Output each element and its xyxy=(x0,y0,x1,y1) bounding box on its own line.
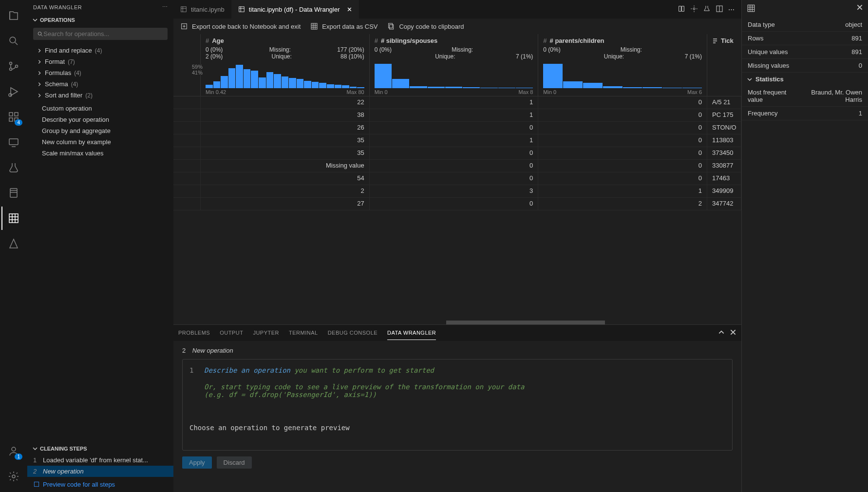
cleaning-step[interactable]: 1Loaded variable 'df' from kernel stat..… xyxy=(27,454,173,466)
op-item[interactable]: Custom operation xyxy=(33,103,168,114)
panel-tab[interactable]: DATA WRANGLER xyxy=(387,326,436,340)
statistics-section[interactable]: Statistics xyxy=(742,73,868,86)
column-header[interactable]: Tick xyxy=(707,34,741,96)
table-row[interactable]: 540017463 xyxy=(173,172,741,185)
panel-tab[interactable]: JUPYTER xyxy=(253,326,279,340)
table-row[interactable]: 2210A/5 21 xyxy=(173,96,741,109)
chevron-down-icon xyxy=(32,17,38,23)
search-input-wrap[interactable] xyxy=(33,28,168,40)
svg-rect-10 xyxy=(10,189,17,197)
svg-rect-9 xyxy=(9,139,18,145)
table-row[interactable]: Missing value00330877 xyxy=(173,160,741,172)
data-wrangler-icon[interactable] xyxy=(1,207,25,230)
right-panel: Data typeobject Rows891 Unique values891… xyxy=(741,0,868,492)
panel-tab[interactable]: TERMINAL xyxy=(289,326,318,340)
copy-clipboard-button[interactable]: Copy code to clipboard xyxy=(387,22,464,30)
table-row[interactable]: 2702347742 xyxy=(173,198,741,210)
chevron-right-icon xyxy=(37,48,42,53)
ext-badge: 4 xyxy=(15,119,22,126)
copy-icon xyxy=(387,22,395,30)
cleaning-step[interactable]: 2New operation xyxy=(27,466,173,477)
wrangler-icon[interactable] xyxy=(747,4,755,14)
close-icon[interactable] xyxy=(856,4,863,14)
export-notebook-button[interactable]: Export code back to Notebook and exit xyxy=(180,22,301,30)
testing-icon[interactable] xyxy=(2,156,25,179)
svg-rect-22 xyxy=(390,25,394,29)
editor-tab[interactable]: titanic.ipynb xyxy=(173,0,231,19)
op-group[interactable]: Find and replace (4) xyxy=(33,45,168,56)
panel-body: 2 New operation 1Describe an operation y… xyxy=(173,341,741,492)
svg-rect-21 xyxy=(311,23,317,29)
close-icon[interactable]: ✕ xyxy=(347,6,352,13)
remote-icon[interactable] xyxy=(2,131,25,154)
text-icon xyxy=(712,38,718,44)
explorer-icon[interactable] xyxy=(2,4,25,27)
op-item[interactable]: Describe your operation xyxy=(33,114,168,125)
svg-point-1 xyxy=(10,62,12,65)
gear-icon[interactable] xyxy=(690,5,698,14)
discard-button[interactable]: Discard xyxy=(217,456,252,469)
op-item[interactable]: Scale min/max values xyxy=(33,148,168,159)
table-row[interactable]: 3810PC 175 xyxy=(173,109,741,122)
table-row[interactable]: 231349909 xyxy=(173,185,741,198)
table-row[interactable]: 2600STON/O xyxy=(173,122,741,134)
code-icon xyxy=(33,481,40,488)
chevron-up-icon[interactable] xyxy=(718,329,725,337)
cleaning-header[interactable]: CLEANING STEPS xyxy=(27,443,173,454)
settings-icon[interactable] xyxy=(2,465,25,488)
op-item[interactable]: Group by and aggregate xyxy=(33,125,168,136)
acct-badge: 1 xyxy=(15,454,22,460)
export-csv-button[interactable]: Export data as CSV xyxy=(310,22,377,30)
more-icon[interactable]: ⋯ xyxy=(162,4,168,10)
column-header[interactable]: ## parents/children 0 (0%)Missing: Uniqu… xyxy=(538,34,707,96)
op-group[interactable]: Sort and filter (2) xyxy=(33,90,168,101)
op-group[interactable]: Format (7) xyxy=(33,56,168,67)
search-icon xyxy=(37,31,43,38)
extensions-icon[interactable]: 4 xyxy=(2,105,25,129)
chevron-down-icon xyxy=(747,76,753,82)
book-icon[interactable] xyxy=(678,5,685,14)
panel-tab[interactable]: OUTPUT xyxy=(220,326,243,340)
apply-button[interactable]: Apply xyxy=(182,456,212,469)
code-editor[interactable]: 1Describe an operation you want to perfo… xyxy=(182,359,733,451)
preview-code-link[interactable]: Preview code for all steps xyxy=(27,477,173,492)
source-control-icon[interactable] xyxy=(2,55,25,78)
debug-icon[interactable] xyxy=(2,80,25,103)
table-row[interactable]: 3510113803 xyxy=(173,134,741,147)
panel-tabs: PROBLEMSOUTPUTJUPYTERTERMINALDEBUG CONSO… xyxy=(173,324,741,341)
more-icon[interactable]: ⋯ xyxy=(728,6,735,13)
svg-point-13 xyxy=(12,475,15,478)
data-grid: #Age 0 (0%)Missing:177 (20%) 2 (0%)Uniqu… xyxy=(173,34,741,324)
activity-bar: 4 1 xyxy=(0,0,27,492)
chevron-right-icon xyxy=(37,59,42,64)
svg-rect-24 xyxy=(748,5,755,12)
column-header[interactable]: #Age 0 (0%)Missing:177 (20%) 2 (0%)Uniqu… xyxy=(201,34,370,96)
search-input[interactable] xyxy=(43,30,164,38)
flask-icon[interactable] xyxy=(703,5,711,14)
azure-icon[interactable] xyxy=(2,232,25,255)
split-icon[interactable] xyxy=(716,5,723,14)
notebook-icon[interactable] xyxy=(2,181,25,205)
op-group[interactable]: Formulas (4) xyxy=(33,67,168,78)
svg-rect-5 xyxy=(9,113,13,116)
op-item[interactable]: New column by example xyxy=(33,136,168,148)
svg-rect-8 xyxy=(15,113,18,116)
main: titanic.ipynbtitanic.ipynb (df) - Data W… xyxy=(173,0,741,492)
h-scrollbar[interactable] xyxy=(173,321,741,324)
account-icon[interactable]: 1 xyxy=(2,439,25,463)
svg-rect-23 xyxy=(389,23,393,28)
operations-header[interactable]: OPERATIONS xyxy=(27,14,173,26)
svg-rect-6 xyxy=(9,118,13,121)
panel-tab[interactable]: PROBLEMS xyxy=(178,326,210,340)
svg-point-0 xyxy=(10,37,16,43)
sidebar-title: DATA WRANGLER xyxy=(33,4,82,10)
op-group[interactable]: Schema (4) xyxy=(33,78,168,90)
panel-tab[interactable]: DEBUG CONSOLE xyxy=(328,326,377,340)
editor-tabs: titanic.ipynbtitanic.ipynb (df) - Data W… xyxy=(173,0,741,19)
search-icon[interactable] xyxy=(2,29,25,53)
column-header[interactable]: ## siblings/spouses 0 (0%)Missing: Uniqu… xyxy=(370,34,539,96)
svg-point-14 xyxy=(38,32,41,35)
close-icon[interactable] xyxy=(730,329,736,337)
editor-tab[interactable]: titanic.ipynb (df) - Data Wrangler✕ xyxy=(231,0,359,19)
table-row[interactable]: 3500373450 xyxy=(173,147,741,160)
